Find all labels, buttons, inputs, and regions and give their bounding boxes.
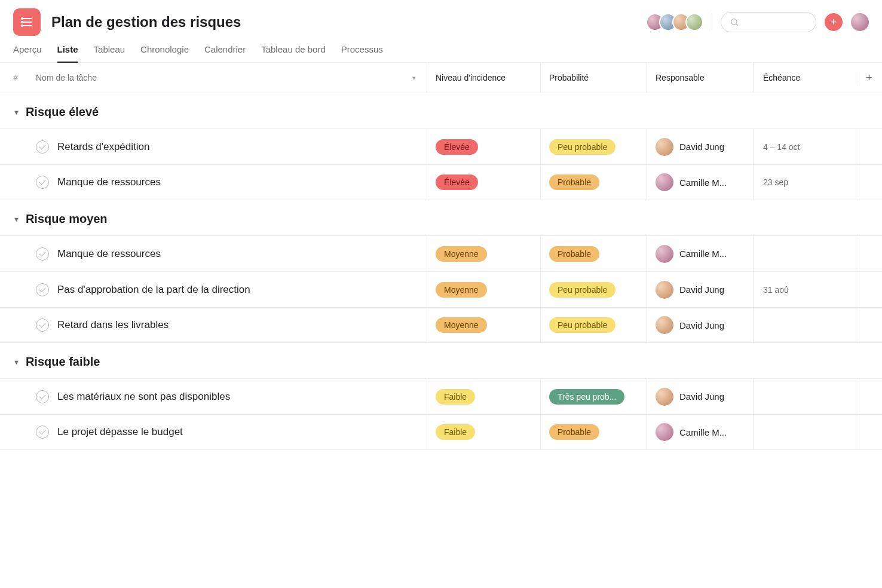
current-user-avatar[interactable] <box>851 13 869 31</box>
tab-calendrier[interactable]: Calendrier <box>204 44 246 63</box>
task-name-cell[interactable]: Manque de ressources <box>36 247 427 261</box>
member-avatars[interactable] <box>651 13 703 31</box>
assignee-name: Camille M... <box>679 427 727 437</box>
incidence-cell[interactable]: Faible <box>427 415 540 449</box>
task-name-cell[interactable]: Manque de ressources <box>36 176 427 189</box>
column-due[interactable]: Échéance <box>753 63 856 93</box>
column-probability[interactable]: Probabilité <box>540 63 647 93</box>
add-button[interactable]: + <box>825 13 843 31</box>
task-row[interactable]: Manque de ressources Élevée Probable Cam… <box>0 164 882 200</box>
incidence-cell[interactable]: Moyenne <box>427 272 540 307</box>
probability-cell[interactable]: Probable <box>540 415 647 449</box>
task-row[interactable]: Retards d'expédition Élevée Peu probable… <box>0 128 882 164</box>
assignee-cell[interactable]: Camille M... <box>647 165 753 200</box>
probability-cell[interactable]: Probable <box>540 165 647 200</box>
complete-checkbox[interactable] <box>36 390 49 403</box>
assignee-cell[interactable]: Camille M... <box>647 236 753 271</box>
header: Plan de gestion des risques + <box>0 0 882 36</box>
tab-tableau-de-bord[interactable]: Tableau de bord <box>261 44 326 63</box>
probability-cell[interactable]: Peu probable <box>540 308 647 342</box>
column-number: # <box>13 73 36 82</box>
assignee-avatar <box>656 423 673 441</box>
complete-checkbox[interactable] <box>36 176 49 189</box>
section-header[interactable]: ▼ Risque moyen <box>0 200 882 235</box>
incidence-pill: Élevée <box>436 139 478 155</box>
add-column-button[interactable]: + <box>856 72 882 84</box>
assignee-name: David Jung <box>679 391 724 402</box>
incidence-pill: Moyenne <box>436 317 487 333</box>
column-name[interactable]: Nom de la tâche ▾ <box>36 73 427 82</box>
caret-down-icon[interactable]: ▼ <box>13 359 20 366</box>
section-header[interactable]: ▼ Risque élevé <box>0 93 882 128</box>
assignee-cell[interactable]: David Jung <box>647 272 753 307</box>
assignee-name: Camille M... <box>679 249 727 259</box>
assignee-name: David Jung <box>679 284 724 295</box>
task-row[interactable]: Pas d'approbation de la part de la direc… <box>0 271 882 307</box>
svg-line-7 <box>736 24 738 26</box>
incidence-pill: Faible <box>436 389 475 405</box>
assignee-cell[interactable]: David Jung <box>647 308 753 342</box>
due-cell[interactable] <box>753 308 856 342</box>
tab-tableau[interactable]: Tableau <box>94 44 125 63</box>
complete-checkbox[interactable] <box>36 247 49 261</box>
column-assignee[interactable]: Responsable <box>647 63 753 93</box>
complete-checkbox[interactable] <box>36 283 49 296</box>
column-incidence[interactable]: Niveau d'incidence <box>427 63 540 93</box>
due-cell[interactable] <box>753 379 856 414</box>
row-end <box>856 379 882 414</box>
search-icon <box>730 17 739 27</box>
incidence-cell[interactable]: Faible <box>427 379 540 414</box>
task-row[interactable]: Le projet dépasse le budget Faible Proba… <box>0 414 882 450</box>
tab-liste[interactable]: Liste <box>57 44 78 63</box>
task-row[interactable]: Retard dans les livrables Moyenne Peu pr… <box>0 307 882 343</box>
task-name-cell[interactable]: Retards d'expédition <box>36 140 427 154</box>
due-cell[interactable]: 31 aoû <box>753 272 856 307</box>
incidence-cell[interactable]: Moyenne <box>427 236 540 271</box>
task-name: Le projet dépasse le budget <box>57 426 183 438</box>
search-input[interactable] <box>721 12 816 32</box>
section-header[interactable]: ▼ Risque faible <box>0 343 882 378</box>
task-name: Manque de ressources <box>57 248 161 260</box>
incidence-cell[interactable]: Élevée <box>427 165 540 200</box>
task-name-cell[interactable]: Pas d'approbation de la part de la direc… <box>36 283 427 296</box>
task-row[interactable]: Manque de ressources Moyenne Probable Ca… <box>0 235 882 271</box>
probability-cell[interactable]: Très peu prob... <box>540 379 647 414</box>
chevron-down-icon[interactable]: ▾ <box>412 74 416 82</box>
row-end <box>856 308 882 342</box>
incidence-cell[interactable]: Élevée <box>427 129 540 164</box>
probability-cell[interactable]: Peu probable <box>540 272 647 307</box>
assignee-cell[interactable]: Camille M... <box>647 415 753 449</box>
tab-apercu[interactable]: Aperçu <box>13 44 42 63</box>
probability-cell[interactable]: Probable <box>540 236 647 271</box>
complete-checkbox[interactable] <box>36 425 49 439</box>
row-end <box>856 415 882 449</box>
task-row[interactable]: Les matériaux ne sont pas disponibles Fa… <box>0 378 882 414</box>
incidence-cell[interactable]: Moyenne <box>427 308 540 342</box>
avatar[interactable] <box>685 13 703 31</box>
probability-pill: Probable <box>549 424 599 440</box>
task-name-cell[interactable]: Retard dans les livrables <box>36 318 427 332</box>
project-icon[interactable] <box>13 8 41 36</box>
complete-checkbox[interactable] <box>36 140 49 154</box>
due-cell[interactable]: 4 – 14 oct <box>753 129 856 164</box>
tab-chronologie[interactable]: Chronologie <box>140 44 189 63</box>
column-name-label: Nom de la tâche <box>36 73 97 82</box>
due-cell[interactable]: 23 sep <box>753 165 856 200</box>
assignee-avatar <box>656 281 673 299</box>
due-cell[interactable] <box>753 415 856 449</box>
tab-processus[interactable]: Processus <box>341 44 383 63</box>
caret-down-icon[interactable]: ▼ <box>13 216 20 223</box>
assignee-cell[interactable]: David Jung <box>647 379 753 414</box>
incidence-pill: Élevée <box>436 174 478 190</box>
due-cell[interactable] <box>753 236 856 271</box>
caret-down-icon[interactable]: ▼ <box>13 109 20 116</box>
row-end <box>856 165 882 200</box>
svg-point-3 <box>22 18 23 19</box>
task-name-cell[interactable]: Les matériaux ne sont pas disponibles <box>36 390 427 403</box>
assignee-cell[interactable]: David Jung <box>647 129 753 164</box>
probability-cell[interactable]: Peu probable <box>540 129 647 164</box>
complete-checkbox[interactable] <box>36 318 49 332</box>
assignee-name: David Jung <box>679 320 724 330</box>
task-name-cell[interactable]: Le projet dépasse le budget <box>36 425 427 439</box>
assignee-name: David Jung <box>679 142 724 152</box>
